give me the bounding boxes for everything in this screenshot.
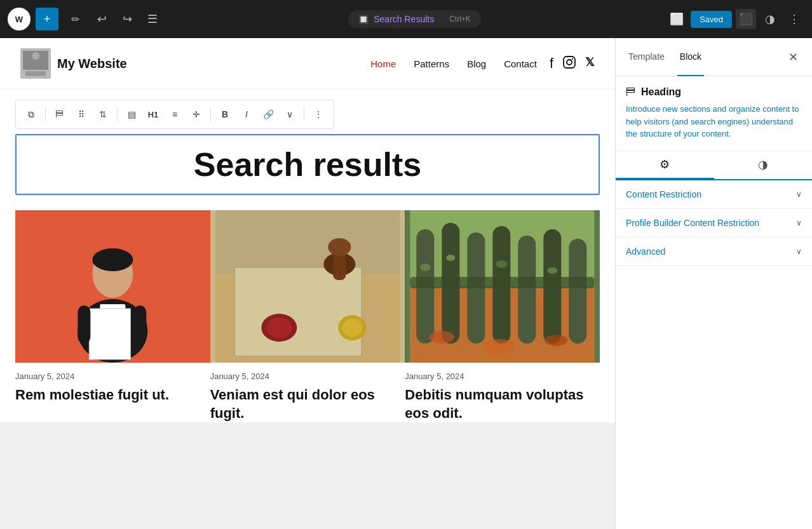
- svg-point-41: [430, 331, 455, 344]
- accordion-content-restriction: Content Restriction ∨: [616, 180, 812, 209]
- profile-builder-title: Profile Builder Content Restriction: [626, 218, 759, 228]
- nav-link-contact[interactable]: Contact: [504, 58, 537, 69]
- link-button[interactable]: 🔗: [258, 104, 278, 124]
- h1-button[interactable]: H1: [143, 104, 163, 124]
- align-center-button[interactable]: ≡: [165, 104, 185, 124]
- advanced-header[interactable]: Advanced ∨: [616, 238, 812, 265]
- post-title-1[interactable]: Rem molestiae fugit ut.: [15, 386, 210, 405]
- topbar: W + ✏ ↩ ↪ ☰ 🔲 Search Results Ctrl+K ⬜ Sa…: [0, 0, 812, 38]
- svg-point-8: [572, 58, 573, 59]
- post-image-3: [405, 210, 600, 363]
- bookmark-button[interactable]: ⛿: [50, 104, 70, 124]
- more-text-button[interactable]: ∨: [280, 104, 300, 124]
- contrast-icon: ◑: [758, 157, 768, 171]
- tab-template[interactable]: Template: [626, 38, 667, 76]
- transform-button[interactable]: ✛: [186, 104, 206, 124]
- post-card-1: January 5, 2024 Rem molestiae fugit ut.: [15, 210, 210, 422]
- more-options-button[interactable]: ⋮: [784, 9, 804, 29]
- svg-rect-5: [25, 71, 46, 76]
- nav-link-patterns[interactable]: Patterns: [414, 58, 449, 69]
- svg-point-4: [32, 52, 39, 60]
- nav-link-blog[interactable]: Blog: [467, 58, 486, 69]
- profile-builder-header[interactable]: Profile Builder Content Restriction ∨: [616, 209, 812, 237]
- search-shortcut: Ctrl+K: [449, 15, 471, 23]
- site-social: f 𝕏: [550, 55, 595, 72]
- post-image-2: [210, 210, 405, 363]
- twitter-icon[interactable]: 𝕏: [585, 55, 595, 72]
- block-section-header: ⛿ Heading: [626, 86, 802, 98]
- post-title-3[interactable]: Debitis numquam voluptas eos odit.: [405, 386, 600, 422]
- search-area: 🔲 Search Results Ctrl+K: [168, 10, 661, 28]
- tools-button[interactable]: ✏: [64, 8, 86, 30]
- content-restriction-header[interactable]: Content Restriction ∨: [616, 180, 812, 208]
- svg-point-38: [447, 255, 456, 261]
- post-image-1: [15, 210, 210, 363]
- styles-tab[interactable]: ◑: [714, 151, 813, 179]
- panel-close-button[interactable]: ✕: [784, 48, 802, 66]
- svg-point-43: [545, 335, 568, 346]
- layout-button[interactable]: ⬛: [736, 9, 756, 29]
- accordion-advanced: Advanced ∨: [616, 238, 812, 266]
- bold-button[interactable]: B: [215, 104, 235, 124]
- copy-button[interactable]: ⧉: [21, 104, 41, 124]
- panel-icon-tabs: ⚙ ◑: [616, 151, 812, 180]
- toolbar-divider-4: [304, 107, 304, 122]
- panel-header: Template Block ✕: [616, 38, 812, 76]
- italic-button[interactable]: I: [236, 104, 257, 124]
- instagram-icon[interactable]: [562, 55, 576, 72]
- svg-rect-14: [89, 309, 130, 359]
- drag-button[interactable]: ⠿: [71, 104, 91, 124]
- svg-point-7: [567, 60, 572, 65]
- canvas: My Website Home Patterns Blog Contact f: [0, 38, 615, 529]
- main-area: My Website Home Patterns Blog Contact f: [0, 38, 812, 529]
- undo-button[interactable]: ↩: [91, 9, 112, 29]
- site-name: My Website: [57, 57, 127, 71]
- post-card-3: January 5, 2024 Debitis numquam voluptas…: [405, 210, 600, 422]
- align-left-button[interactable]: ▤: [121, 104, 142, 124]
- wp-logo-icon[interactable]: W: [8, 8, 30, 30]
- svg-rect-6: [564, 57, 575, 68]
- move-button[interactable]: ⇅: [93, 104, 113, 124]
- svg-point-24: [328, 238, 351, 256]
- facebook-icon[interactable]: f: [550, 55, 553, 72]
- post-card-2: January 5, 2024 Veniam est qui dolor eos…: [210, 210, 405, 422]
- toolbar-divider-2: [117, 107, 118, 122]
- heading-block[interactable]: Search results: [27, 145, 588, 184]
- site-nav-links: Home Patterns Blog Contact: [370, 58, 537, 69]
- list-view-button[interactable]: ☰: [142, 9, 163, 29]
- search-pill-text: Search Results: [374, 14, 434, 24]
- svg-rect-15: [78, 305, 90, 344]
- svg-rect-35: [569, 239, 587, 344]
- panel-accordion: Content Restriction ∨ Profile Builder Co…: [616, 180, 812, 530]
- content-restriction-title: Content Restriction: [626, 189, 701, 199]
- add-block-button[interactable]: +: [36, 8, 58, 30]
- site-nav: My Website Home Patterns Blog Contact f: [0, 38, 615, 90]
- post-date-1: January 5, 2024: [15, 372, 210, 381]
- svg-rect-33: [518, 236, 536, 344]
- saved-button[interactable]: Saved: [691, 11, 732, 28]
- redo-button[interactable]: ↪: [117, 9, 137, 29]
- svg-rect-16: [133, 305, 146, 344]
- svg-text:W: W: [15, 15, 24, 24]
- post-date-2: January 5, 2024: [210, 372, 405, 381]
- search-icon: 🔲: [358, 15, 369, 24]
- contrast-button[interactable]: ◑: [760, 9, 780, 29]
- svg-point-12: [92, 248, 133, 271]
- toolbar-divider-3: [210, 107, 211, 122]
- block-options-button[interactable]: ⋮: [308, 104, 328, 124]
- view-button[interactable]: ⬜: [667, 9, 687, 29]
- block-toolbar: ⧉ ⛿ ⠿ ⇅ ▤ H1 ≡ ✛ B I 🔗 ∨ ⋮: [15, 100, 334, 129]
- tab-block[interactable]: Block: [677, 38, 704, 76]
- post-title-2[interactable]: Veniam est qui dolor eos fugit.: [210, 386, 405, 422]
- right-panel: Template Block ✕ ⛿ Heading Introduce new…: [615, 38, 812, 529]
- svg-point-37: [421, 264, 431, 271]
- toolbar-divider-1: [45, 107, 46, 122]
- site-logo: My Website: [20, 48, 127, 79]
- search-pill[interactable]: 🔲 Search Results Ctrl+K: [348, 10, 481, 28]
- nav-link-home[interactable]: Home: [370, 58, 396, 69]
- settings-tab[interactable]: ⚙: [616, 151, 714, 179]
- accordion-profile-builder: Profile Builder Content Restriction ∨: [616, 209, 812, 238]
- block-description: Introduce new sections and organize cont…: [626, 103, 802, 140]
- svg-point-26: [342, 319, 362, 337]
- profile-builder-chevron: ∨: [796, 218, 802, 227]
